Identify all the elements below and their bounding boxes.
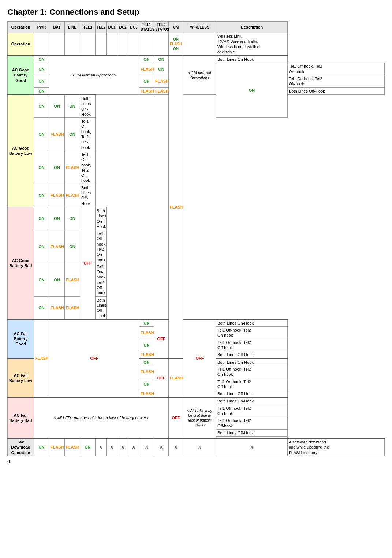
page-title: Chapter 1: Connections and Setup	[7, 7, 385, 17]
cell: ON	[34, 296, 49, 319]
cell: FLASH	[65, 151, 80, 184]
table-row: AC FailBattery Bad < All LEDs may be unl…	[8, 397, 385, 405]
header-led9: TEL1STATUS	[139, 22, 154, 33]
header-led12: WIRELESS	[183, 22, 216, 33]
cell: X	[183, 438, 216, 456]
cell: X	[216, 438, 288, 456]
cell: ON	[34, 118, 49, 151]
cell	[128, 33, 139, 56]
cell: ON	[34, 263, 49, 296]
cell-off-span5: OFF	[183, 319, 216, 398]
header-led3: LINE	[65, 22, 80, 33]
cell: X	[154, 438, 169, 456]
cell: ON	[49, 207, 65, 230]
table-row: ON FLASH FLASH Both Lines Off-Hook	[8, 184, 385, 207]
cell: FLASH	[154, 87, 169, 95]
table-row: ON FLASH FLASH Both Lines Off-Hook	[8, 296, 385, 319]
cell: FLASH	[139, 351, 154, 359]
table-row: AC GoodBattery Low ON ON ON Both Lines O…	[8, 95, 385, 118]
table-header: Operation PWR BAT LINE TEL1 TEL2 DC1 DC2…	[8, 22, 385, 33]
cell: ON	[34, 87, 49, 95]
cell: FLASH	[49, 438, 65, 456]
cell: ON	[65, 207, 80, 230]
cell: X	[128, 438, 139, 456]
cell: Tel1 Off-hook, Tel2On-hook	[96, 230, 107, 263]
header-led10: TEL2STATUS	[154, 22, 169, 33]
cell: ON	[49, 263, 65, 296]
cell: Both Lines On-Hook	[216, 397, 288, 405]
op-label-ac-good-bat-good: AC GoodBattery Good	[8, 56, 34, 95]
table-row: SWDownloadOperation ON FLASH FLASH ON X …	[8, 438, 385, 456]
cell: Both Lines On-Hook	[216, 319, 288, 327]
cell: Both Lines Off-Hook	[96, 296, 107, 319]
cell: ON	[65, 95, 80, 118]
cell: FLASH	[139, 390, 154, 398]
cell-off-span3: OFF	[80, 207, 96, 319]
cell-cm-normal: <CM Normal Operation>	[49, 56, 139, 95]
cell: ON	[34, 56, 49, 63]
cell: Tel1 On-hook, Tel2Off-hook	[216, 417, 288, 430]
cell	[96, 33, 107, 56]
cell-flash-span7: FLASH	[169, 359, 183, 398]
cell: ON	[139, 359, 154, 366]
cell-on-span2: ON	[216, 63, 288, 118]
cell	[49, 33, 65, 56]
cell	[183, 33, 216, 56]
cell-off-span4: OFF	[154, 319, 169, 359]
cell: Tel1 On-hook, Tel2Off-hook	[216, 378, 288, 390]
cell-all-leds-2: < All LEDs maybe unlit due tolack of bat…	[183, 397, 216, 438]
header-desc: Description	[216, 22, 288, 33]
cell: ON	[65, 230, 80, 263]
cell-cm-normal-2: <CM NormalOperation>	[183, 56, 216, 95]
cell: Both Lines On-Hook	[96, 207, 107, 230]
table-row: ON FLASH ON Tel1 Off-hook, Tel2On-hook	[8, 230, 385, 263]
header-led8: DC3	[128, 22, 139, 33]
cell: ON	[139, 319, 154, 327]
cell: ON	[34, 207, 49, 230]
cell: Both Lines Off-Hook	[216, 429, 288, 436]
cell: FLASH	[65, 184, 80, 207]
cell-off-span6: OFF	[154, 359, 169, 398]
cell-flash-span: FLASH	[169, 56, 183, 358]
cell: ON	[139, 378, 154, 390]
cell: Tel1 Off-hook, Tel2On-hook	[80, 118, 96, 151]
op-label-operation: Operation	[8, 33, 34, 56]
cell: X	[96, 438, 107, 456]
op-label-ac-fail-bat-good: AC FailBattery Good	[8, 319, 34, 359]
cell: Tel1 On-hook, Tel2Off-hook	[288, 75, 385, 88]
cell: ON	[139, 75, 154, 88]
cell: Tel1 Off-hook, Tel2On-hook	[216, 327, 288, 339]
table-row: ON FLASH ON Tel1 Off-hook, Tel2On-hook	[8, 118, 385, 151]
cell: ON	[34, 151, 49, 184]
header-led5: TEL2	[96, 22, 107, 33]
cell: ONFLASHON	[169, 33, 183, 56]
cell	[65, 33, 80, 56]
cell: FLASH	[139, 327, 154, 339]
cell: X	[169, 438, 183, 456]
cell: FLASH	[154, 75, 169, 88]
cell	[34, 33, 49, 56]
cell: Both Lines On-Hook	[80, 95, 96, 118]
cell: ON	[139, 56, 154, 63]
header-led1: PWR	[34, 22, 49, 33]
cell: FLASH	[139, 63, 154, 75]
cell: ON	[34, 75, 49, 88]
cell: ON	[34, 230, 49, 263]
cell-all-leds: < All LEDs may be unlit due to lack of b…	[34, 397, 169, 438]
header-led2: BAT	[49, 22, 65, 33]
cell-off-large: OFF	[49, 319, 139, 398]
header-led6: DC1	[107, 22, 117, 33]
cell: FLASH	[139, 366, 154, 378]
cell: Both Lines Off-Hook	[216, 390, 288, 398]
led-table: Operation PWR BAT LINE TEL1 TEL2 DC1 DC2…	[7, 21, 385, 456]
cell: X	[117, 438, 128, 456]
cell-off-span8: OFF	[169, 397, 183, 438]
cell: Tel1 Off-hook, Tel2On-hook	[288, 63, 385, 75]
cell: ON	[65, 118, 80, 151]
cell: Tel1 On-hook, Tel2Off-hook	[216, 339, 288, 351]
header-operation: Operation	[8, 22, 34, 33]
main-table-wrap: Operation PWR BAT LINE TEL1 TEL2 DC1 DC2…	[7, 21, 385, 456]
cell	[117, 33, 128, 56]
cell: ON	[80, 438, 96, 456]
cell	[107, 33, 117, 56]
